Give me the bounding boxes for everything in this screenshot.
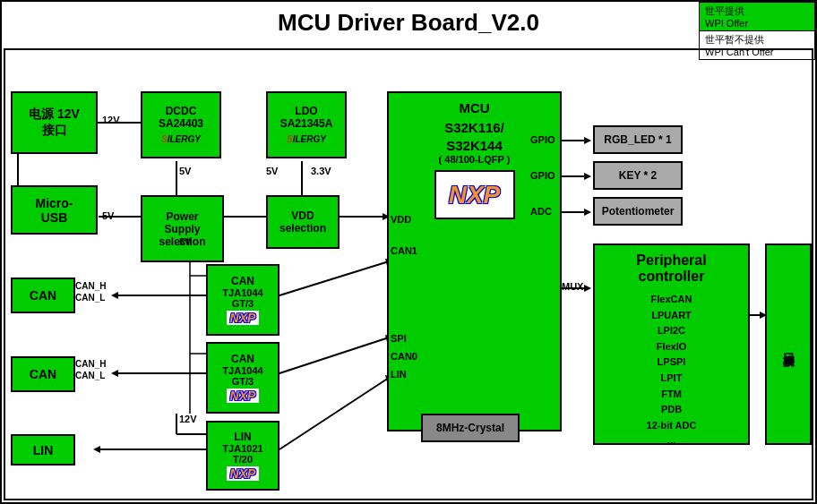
lin-tja-box: LIN TJA1021T/20 NXP bbox=[206, 421, 280, 491]
gpio1-label: GPIO bbox=[530, 134, 555, 145]
can-connector2-box: CAN bbox=[11, 356, 75, 392]
legend: 世平提供 WPI Offer 世平暂不提供 WPI Can't Offer bbox=[699, 2, 815, 60]
ldo-box: LDOSA21345A SILERGY bbox=[266, 91, 347, 158]
svg-line-26 bbox=[280, 378, 389, 449]
can-l2-label: CAN_L bbox=[75, 371, 105, 380]
vdd-selection-box: VDDselection bbox=[266, 195, 340, 249]
vdd-label: VDD bbox=[391, 214, 411, 225]
v5-dcdc-label: 5V bbox=[179, 166, 191, 176]
main-container: MCU Driver Board_V2.0 世平提供 WPI Offer 世平暂… bbox=[0, 0, 817, 504]
board-connector-box: 板间接口 bbox=[765, 243, 812, 445]
svg-marker-17 bbox=[111, 292, 118, 299]
spi-label: SPI bbox=[391, 333, 407, 344]
svg-marker-25 bbox=[93, 446, 100, 453]
svg-line-18 bbox=[280, 261, 389, 295]
legend-wpi-offer: 世平提供 WPI Offer bbox=[700, 3, 814, 31]
v5-ldo-label: 5V bbox=[266, 166, 278, 176]
svg-marker-21 bbox=[111, 370, 118, 377]
power-input-box: 电源 12V 接口 bbox=[11, 91, 98, 154]
v33-label: 3.3V bbox=[311, 166, 331, 176]
v12-lin-label: 12V bbox=[179, 414, 197, 424]
v5-can-label: 5V bbox=[179, 236, 191, 247]
can0-label: CAN0 bbox=[391, 351, 417, 362]
can-h1-label: CAN_H bbox=[75, 281, 106, 291]
gpio2-label: GPIO bbox=[530, 170, 555, 181]
page-title: MCU Driver Board_V2.0 bbox=[2, 2, 815, 40]
v12-label: 12V bbox=[102, 115, 120, 125]
peripheral-controller-box: Peripheralcontroller FlexCANLPUARTLPI2CF… bbox=[593, 243, 750, 445]
can-tja2-box: CAN TJA1044GT/3 NXP bbox=[206, 342, 280, 414]
lin-connector-box: LIN bbox=[11, 434, 75, 466]
legend-wpi-cant-offer: 世平暂不提供 WPI Can't Offer bbox=[700, 31, 814, 59]
svg-marker-38 bbox=[584, 209, 591, 216]
can-h2-label: CAN_H bbox=[75, 359, 106, 369]
crystal-box: 8MHz-Crystal bbox=[421, 414, 520, 442]
can-tja1-box: CAN TJA1044GT/3 NXP bbox=[206, 264, 280, 336]
can-l1-label: CAN_L bbox=[75, 293, 105, 303]
lin-label-mcu: LIN bbox=[391, 369, 407, 380]
can-connector1-box: CAN bbox=[11, 278, 75, 313]
svg-marker-40 bbox=[584, 285, 591, 292]
svg-marker-36 bbox=[584, 173, 591, 180]
rgb-led-box: RGB_LED * 1 bbox=[593, 125, 683, 154]
potentiometer-box: Potentiometer bbox=[593, 197, 683, 226]
mux-label: MUX bbox=[562, 281, 583, 292]
can1-label: CAN1 bbox=[391, 245, 417, 256]
svg-marker-34 bbox=[584, 137, 591, 144]
svg-line-22 bbox=[280, 337, 389, 373]
dcdc-box: DCDC SA24403 SILERGY bbox=[141, 91, 221, 158]
adc-label: ADC bbox=[530, 206, 552, 217]
key-box: KEY * 2 bbox=[593, 161, 683, 190]
micro-usb-box: Micro- USB bbox=[11, 185, 98, 235]
v5-usb-label: 5V bbox=[102, 210, 114, 221]
power-supply-selection-box: PowerSupplyselection bbox=[141, 195, 224, 262]
